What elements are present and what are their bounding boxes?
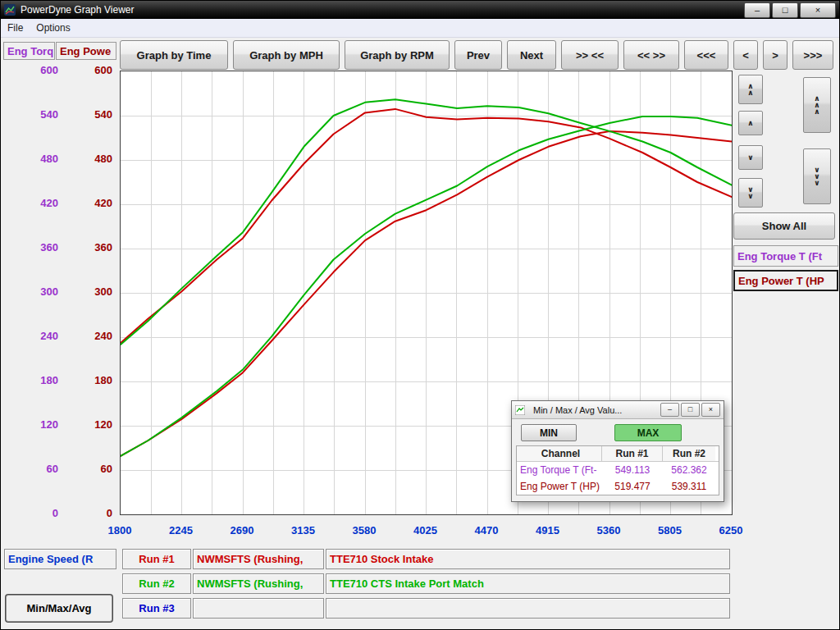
tab-eng-torque[interactable]: Eng Torq (3, 42, 55, 60)
legend-eng-torque[interactable]: Eng Torque T (Ft (733, 245, 838, 267)
y-tick-power: 480 (78, 153, 112, 165)
cell-run2-value: 562.362 (663, 464, 715, 476)
minmax-minimize-button[interactable]: – (660, 403, 679, 417)
x-tick-rpm: 6250 (705, 524, 757, 536)
y-tick-torque: 300 (24, 285, 58, 298)
chevron-up-icon: ∧ (747, 120, 753, 126)
run3-label[interactable]: Run #3 (122, 598, 191, 619)
table-row-torque: Eng Torque T (Ft- 549.113 562.362 (517, 462, 719, 478)
chevron-down-icon: ∨ (747, 193, 753, 199)
x-tick-rpm: 2690 (216, 524, 268, 536)
cell-run2-value: 539.311 (663, 481, 715, 492)
graph-by-mph-button[interactable]: Graph by MPH (233, 40, 340, 70)
y-tick-torque: 120 (24, 418, 58, 431)
x-tick-rpm: 3135 (277, 524, 330, 536)
x-tick-rpm: 3580 (338, 524, 390, 536)
legend-eng-power[interactable]: Eng Power T (HP (733, 270, 838, 291)
y-tick-torque: 60 (24, 463, 58, 475)
min-button[interactable]: MIN (521, 424, 577, 441)
y-tick-torque: 480 (24, 153, 58, 165)
minmax-titlebar[interactable]: Min / Max / Avg Valu... – □ × (512, 401, 724, 419)
app-icon (4, 4, 16, 16)
left-button[interactable]: < (733, 40, 758, 70)
column-header-run2[interactable]: Run #2 (663, 446, 715, 461)
title-bar[interactable]: PowerDyne Graph Viewer – □ × (1, 1, 839, 19)
x-channel-box[interactable]: Engine Speed (R (4, 549, 116, 569)
max-button[interactable]: MAX (614, 424, 682, 441)
chevron-down-icon: ∨ (814, 180, 819, 186)
show-all-button[interactable]: Show All (733, 212, 835, 240)
y-tick-torque: 600 (24, 64, 58, 76)
minmax-close-button[interactable]: × (701, 403, 720, 417)
scroll-up-double-button[interactable]: ∧∧ (738, 75, 763, 104)
run3-dyno-box (193, 598, 324, 619)
minmax-window-icon (515, 405, 525, 415)
y-tick-power: 300 (78, 285, 112, 298)
graph-by-time-button[interactable]: Graph by Time (120, 40, 228, 70)
x-tick-rpm: 5805 (644, 524, 696, 536)
next-button[interactable]: Next (507, 40, 556, 70)
toolbar: Graph by TimeGraph by MPHGraph by RPMPre… (120, 40, 833, 70)
x-tick-rpm: 4470 (460, 524, 513, 536)
y-tick-power: 360 (78, 241, 112, 253)
y-tick-torque: 360 (24, 241, 58, 253)
cell-run1-value: 519.477 (602, 481, 663, 492)
x-tick-rpm: 5360 (582, 524, 635, 536)
zoom-out-button[interactable]: << >> (623, 40, 679, 70)
powerdyne-window: PowerDyne Graph Viewer – □ × File Option… (0, 0, 840, 630)
column-header-run1[interactable]: Run #1 (602, 446, 663, 461)
y-tick-power: 600 (78, 64, 112, 76)
x-tick-rpm: 4915 (522, 524, 574, 536)
run2-description-box: TTE710 CTS Intake Port Match (326, 573, 730, 594)
cell-channel: Eng Torque T (Ft- (517, 464, 602, 476)
chevron-up-icon: ∧ (814, 108, 819, 115)
run2-dyno-box: NWMSFTS (Rushing, (193, 573, 324, 594)
column-header-channel[interactable]: Channel (517, 446, 602, 461)
run1-label[interactable]: Run #1 (122, 549, 191, 569)
run1-description-box: TTE710 Stock Intake (326, 549, 730, 569)
scroll-up-button[interactable]: ∧ (738, 111, 763, 135)
y-tick-power: 540 (78, 108, 112, 121)
menu-options[interactable]: Options (36, 22, 70, 34)
y-tick-torque: 240 (24, 330, 58, 342)
x-tick-rpm: 1800 (94, 524, 146, 536)
prev-button[interactable]: Prev (454, 40, 502, 70)
y-tick-power: 0 (78, 507, 112, 519)
y-tick-torque: 420 (24, 197, 58, 209)
menu-file[interactable]: File (7, 22, 23, 34)
close-button[interactable]: × (800, 2, 836, 18)
cell-run1-value: 549.113 (602, 464, 663, 476)
far-left-button[interactable]: <<< (684, 40, 728, 70)
scroll-down-page-button[interactable]: ∨∨∨ (803, 148, 831, 204)
scroll-down-double-button[interactable]: ∨∨ (738, 178, 763, 208)
y-tick-power: 420 (78, 197, 112, 209)
far-right-button[interactable]: >>> (792, 40, 833, 70)
y-tick-power: 120 (78, 418, 112, 431)
minmax-table: Channel Run #1 Run #2 Eng Torque T (Ft- … (516, 445, 719, 495)
scroll-up-page-button[interactable]: ∧∧∧ (803, 77, 831, 133)
run2-label[interactable]: Run #2 (122, 573, 191, 594)
scroll-down-button[interactable]: ∨ (738, 145, 763, 170)
tab-eng-power[interactable]: Eng Powe (56, 42, 116, 60)
x-tick-rpm: 2245 (155, 524, 208, 536)
zoom-in-button[interactable]: >> << (561, 40, 619, 70)
table-row-power: Eng Power T (HP) 519.477 539.311 (517, 478, 719, 495)
minimize-button[interactable]: – (744, 2, 770, 18)
graph-by-rpm-button[interactable]: Graph by RPM (345, 40, 450, 70)
y-tick-torque: 0 (24, 507, 58, 519)
y-tick-power: 180 (78, 374, 112, 386)
maximize-button[interactable]: □ (772, 2, 798, 18)
y-tick-torque: 180 (24, 374, 58, 386)
minmax-title: Min / Max / Avg Valu... (533, 405, 660, 415)
minmax-restore-button[interactable]: □ (681, 403, 700, 417)
right-button[interactable]: > (763, 40, 788, 70)
chevron-up-icon: ∧ (747, 89, 753, 96)
chevron-down-icon: ∨ (747, 154, 753, 161)
run3-description-box (326, 598, 730, 619)
y-tick-power: 60 (78, 463, 112, 475)
minmaxavg-button[interactable]: Min/Max/Avg (6, 595, 112, 622)
cell-channel: Eng Power T (HP) (517, 481, 602, 492)
run1-dyno-box: NWMSFTS (Rushing, (193, 549, 324, 569)
minmax-window: Min / Max / Avg Valu... – □ × MIN MAX Ch… (511, 400, 724, 502)
y-tick-torque: 540 (24, 108, 58, 121)
